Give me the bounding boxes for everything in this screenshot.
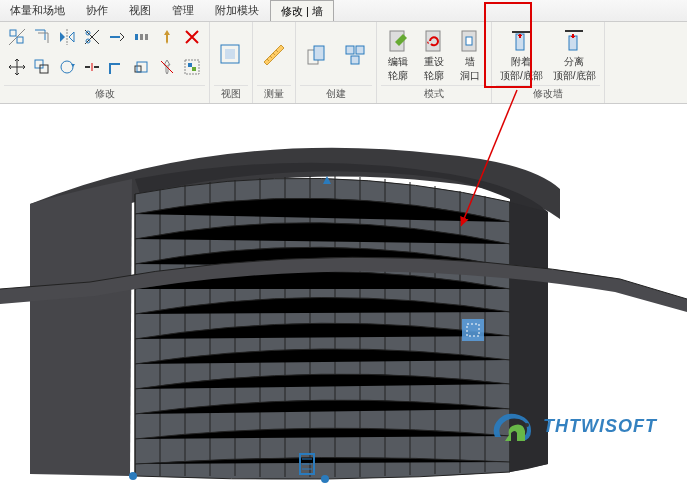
view-button[interactable] xyxy=(214,40,248,70)
watermark-text: THTWISOFT xyxy=(543,416,657,437)
unpin-icon[interactable] xyxy=(156,56,178,78)
pin-icon[interactable] xyxy=(156,26,178,48)
wall-opening-button[interactable]: 墙 洞口 xyxy=(453,26,487,84)
svg-point-33 xyxy=(525,423,529,427)
svg-rect-11 xyxy=(137,62,147,72)
panel-label-view: 视图 xyxy=(214,85,248,103)
panel-label-modify: 修改 xyxy=(4,85,205,103)
svg-point-4 xyxy=(61,61,73,73)
split-icon[interactable] xyxy=(81,56,103,78)
attach-label2: 顶部/底部 xyxy=(500,70,543,82)
watermark: THTWISOFT xyxy=(489,407,657,445)
panel-create: 创建 xyxy=(296,22,377,103)
svg-rect-7 xyxy=(135,34,138,40)
svg-rect-13 xyxy=(188,63,192,67)
svg-rect-10 xyxy=(135,66,141,72)
scale-icon[interactable] xyxy=(131,56,153,78)
tab-collaborate[interactable]: 协作 xyxy=(76,0,119,21)
group-icon[interactable] xyxy=(181,56,203,78)
tab-view[interactable]: 视图 xyxy=(119,0,162,21)
svg-rect-2 xyxy=(35,60,43,68)
detach-label2: 顶部/底部 xyxy=(553,70,596,82)
ribbon-tabs: 体量和场地 协作 视图 管理 附加模块 修改 | 墙 xyxy=(0,0,687,22)
tab-manage[interactable]: 管理 xyxy=(162,0,205,21)
edit-profile-label2: 轮廓 xyxy=(388,70,408,82)
ribbon: 修改 视图 测量 创建 xyxy=(0,22,687,104)
svg-point-31 xyxy=(321,475,329,483)
svg-rect-18 xyxy=(314,46,324,60)
svg-rect-28 xyxy=(462,319,484,341)
panel-label-wallmod: 修改墙 xyxy=(496,85,600,103)
svg-rect-8 xyxy=(140,34,143,40)
panel-label-create: 创建 xyxy=(300,85,372,103)
panel-view: 视图 xyxy=(210,22,253,103)
wall-opening-label1: 墙 xyxy=(465,56,475,68)
panel-mode: 编辑 轮廓 重设 轮廓 墙 洞口 模式 xyxy=(377,22,492,103)
create-similar-button[interactable] xyxy=(300,40,334,70)
array-icon[interactable] xyxy=(131,26,153,48)
svg-rect-20 xyxy=(356,46,364,54)
edit-profile-button[interactable]: 编辑 轮廓 xyxy=(381,26,415,84)
watermark-logo-icon xyxy=(489,407,537,445)
panel-label-mode: 模式 xyxy=(381,85,487,103)
panel-measure: 测量 xyxy=(253,22,296,103)
panel-label-measure: 测量 xyxy=(257,85,291,103)
align-icon[interactable] xyxy=(6,26,28,48)
measure-button[interactable] xyxy=(257,40,291,70)
trim-icon[interactable] xyxy=(81,26,103,48)
copy-icon[interactable] xyxy=(31,56,53,78)
move-icon[interactable] xyxy=(6,56,28,78)
viewport-3d[interactable]: THTWISOFT xyxy=(0,104,687,500)
svg-rect-1 xyxy=(17,37,23,43)
svg-rect-0 xyxy=(10,30,16,36)
detach-top-base-button[interactable]: 分离 顶部/底部 xyxy=(549,26,600,84)
svg-rect-19 xyxy=(346,46,354,54)
create-assembly-button[interactable] xyxy=(338,40,372,70)
panel-modify-wall: 附着 顶部/底部 分离 顶部/底部 修改墙 xyxy=(492,22,605,103)
tab-addins[interactable]: 附加模块 xyxy=(205,0,270,21)
wall-opening-label2: 洞口 xyxy=(460,70,480,82)
svg-point-30 xyxy=(129,472,137,480)
reset-profile-button[interactable]: 重设 轮廓 xyxy=(417,26,451,84)
rotate-icon[interactable] xyxy=(56,56,78,78)
reset-profile-label1: 重设 xyxy=(424,56,444,68)
tab-massing-site[interactable]: 体量和场地 xyxy=(0,0,76,21)
svg-rect-16 xyxy=(225,49,235,59)
tab-modify-wall[interactable]: 修改 | 墙 xyxy=(270,0,334,21)
svg-rect-9 xyxy=(145,34,148,40)
reset-profile-label2: 轮廓 xyxy=(424,70,444,82)
svg-rect-3 xyxy=(40,65,48,73)
detach-label1: 分离 xyxy=(564,56,584,68)
attach-top-base-button[interactable]: 附着 顶部/底部 xyxy=(496,26,547,84)
panel-modify: 修改 xyxy=(0,22,210,103)
extend-icon[interactable] xyxy=(106,26,128,48)
svg-rect-25 xyxy=(466,37,472,45)
mirror-icon[interactable] xyxy=(56,26,78,48)
corner-icon[interactable] xyxy=(106,56,128,78)
delete-icon[interactable] xyxy=(181,26,203,48)
svg-rect-21 xyxy=(351,56,359,64)
svg-rect-14 xyxy=(192,67,196,71)
edit-profile-label1: 编辑 xyxy=(388,56,408,68)
attach-label1: 附着 xyxy=(511,56,531,68)
offset-icon[interactable] xyxy=(31,26,53,48)
